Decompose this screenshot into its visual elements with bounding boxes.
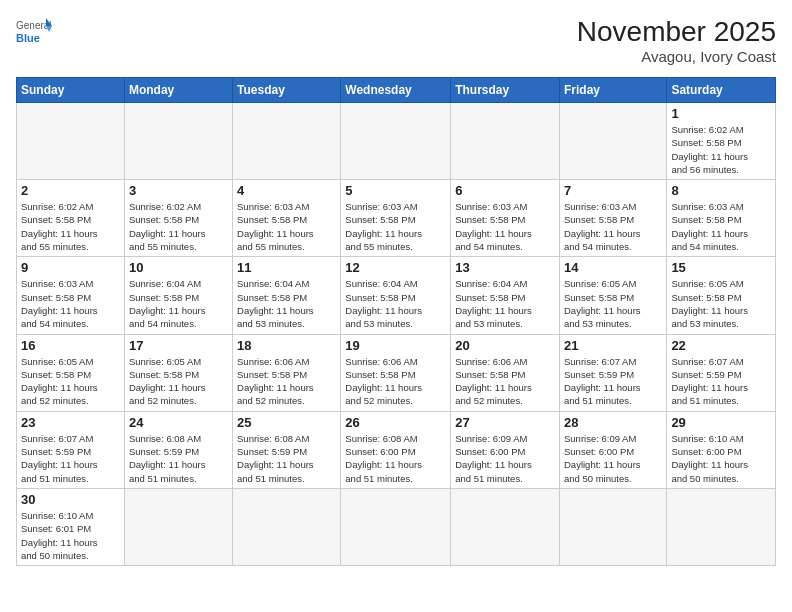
- day-info: Sunrise: 6:03 AM Sunset: 5:58 PM Dayligh…: [671, 200, 771, 253]
- day-info: Sunrise: 6:04 AM Sunset: 5:58 PM Dayligh…: [237, 277, 336, 330]
- day-info: Sunrise: 6:07 AM Sunset: 5:59 PM Dayligh…: [671, 355, 771, 408]
- calendar-day-cell: 27Sunrise: 6:09 AM Sunset: 6:00 PM Dayli…: [451, 411, 560, 488]
- calendar-day-cell: [233, 488, 341, 565]
- day-number: 30: [21, 492, 120, 507]
- calendar-day-cell: [233, 103, 341, 180]
- day-number: 21: [564, 338, 662, 353]
- calendar-day-cell: 8Sunrise: 6:03 AM Sunset: 5:58 PM Daylig…: [667, 180, 776, 257]
- calendar-day-cell: 5Sunrise: 6:03 AM Sunset: 5:58 PM Daylig…: [341, 180, 451, 257]
- day-number: 15: [671, 260, 771, 275]
- day-info: Sunrise: 6:04 AM Sunset: 5:58 PM Dayligh…: [345, 277, 446, 330]
- calendar-day-cell: 12Sunrise: 6:04 AM Sunset: 5:58 PM Dayli…: [341, 257, 451, 334]
- day-info: Sunrise: 6:09 AM Sunset: 6:00 PM Dayligh…: [455, 432, 555, 485]
- svg-text:Blue: Blue: [16, 32, 40, 44]
- day-info: Sunrise: 6:02 AM Sunset: 5:58 PM Dayligh…: [671, 123, 771, 176]
- day-info: Sunrise: 6:05 AM Sunset: 5:58 PM Dayligh…: [564, 277, 662, 330]
- calendar-day-cell: [451, 488, 560, 565]
- calendar-day-cell: 29Sunrise: 6:10 AM Sunset: 6:00 PM Dayli…: [667, 411, 776, 488]
- day-info: Sunrise: 6:10 AM Sunset: 6:01 PM Dayligh…: [21, 509, 120, 562]
- day-number: 11: [237, 260, 336, 275]
- calendar-day-cell: 30Sunrise: 6:10 AM Sunset: 6:01 PM Dayli…: [17, 488, 125, 565]
- calendar-day-cell: 25Sunrise: 6:08 AM Sunset: 5:59 PM Dayli…: [233, 411, 341, 488]
- day-number: 24: [129, 415, 228, 430]
- day-number: 27: [455, 415, 555, 430]
- calendar-day-cell: [341, 488, 451, 565]
- column-header-friday: Friday: [559, 78, 666, 103]
- day-info: Sunrise: 6:04 AM Sunset: 5:58 PM Dayligh…: [455, 277, 555, 330]
- column-header-sunday: Sunday: [17, 78, 125, 103]
- day-number: 7: [564, 183, 662, 198]
- calendar-day-cell: [124, 488, 232, 565]
- calendar-day-cell: 7Sunrise: 6:03 AM Sunset: 5:58 PM Daylig…: [559, 180, 666, 257]
- day-number: 20: [455, 338, 555, 353]
- day-info: Sunrise: 6:06 AM Sunset: 5:58 PM Dayligh…: [345, 355, 446, 408]
- day-info: Sunrise: 6:06 AM Sunset: 5:58 PM Dayligh…: [237, 355, 336, 408]
- day-info: Sunrise: 6:08 AM Sunset: 5:59 PM Dayligh…: [237, 432, 336, 485]
- calendar-week-row: 23Sunrise: 6:07 AM Sunset: 5:59 PM Dayli…: [17, 411, 776, 488]
- calendar-day-cell: 19Sunrise: 6:06 AM Sunset: 5:58 PM Dayli…: [341, 334, 451, 411]
- day-info: Sunrise: 6:07 AM Sunset: 5:59 PM Dayligh…: [564, 355, 662, 408]
- day-number: 22: [671, 338, 771, 353]
- calendar-day-cell: [17, 103, 125, 180]
- calendar-day-cell: 9Sunrise: 6:03 AM Sunset: 5:58 PM Daylig…: [17, 257, 125, 334]
- day-number: 29: [671, 415, 771, 430]
- calendar-day-cell: [341, 103, 451, 180]
- calendar-day-cell: 1Sunrise: 6:02 AM Sunset: 5:58 PM Daylig…: [667, 103, 776, 180]
- calendar-day-cell: 10Sunrise: 6:04 AM Sunset: 5:58 PM Dayli…: [124, 257, 232, 334]
- day-number: 13: [455, 260, 555, 275]
- day-number: 4: [237, 183, 336, 198]
- calendar-day-cell: 6Sunrise: 6:03 AM Sunset: 5:58 PM Daylig…: [451, 180, 560, 257]
- day-number: 19: [345, 338, 446, 353]
- day-number: 1: [671, 106, 771, 121]
- calendar-day-cell: 18Sunrise: 6:06 AM Sunset: 5:58 PM Dayli…: [233, 334, 341, 411]
- calendar-day-cell: 21Sunrise: 6:07 AM Sunset: 5:59 PM Dayli…: [559, 334, 666, 411]
- calendar-day-cell: 24Sunrise: 6:08 AM Sunset: 5:59 PM Dayli…: [124, 411, 232, 488]
- calendar-day-cell: 4Sunrise: 6:03 AM Sunset: 5:58 PM Daylig…: [233, 180, 341, 257]
- day-number: 8: [671, 183, 771, 198]
- day-info: Sunrise: 6:03 AM Sunset: 5:58 PM Dayligh…: [237, 200, 336, 253]
- day-info: Sunrise: 6:05 AM Sunset: 5:58 PM Dayligh…: [129, 355, 228, 408]
- column-header-saturday: Saturday: [667, 78, 776, 103]
- calendar-week-row: 9Sunrise: 6:03 AM Sunset: 5:58 PM Daylig…: [17, 257, 776, 334]
- day-info: Sunrise: 6:03 AM Sunset: 5:58 PM Dayligh…: [345, 200, 446, 253]
- day-number: 6: [455, 183, 555, 198]
- calendar-day-cell: 22Sunrise: 6:07 AM Sunset: 5:59 PM Dayli…: [667, 334, 776, 411]
- column-header-thursday: Thursday: [451, 78, 560, 103]
- day-number: 12: [345, 260, 446, 275]
- location-title: Avagou, Ivory Coast: [577, 48, 776, 65]
- day-info: Sunrise: 6:04 AM Sunset: 5:58 PM Dayligh…: [129, 277, 228, 330]
- day-number: 9: [21, 260, 120, 275]
- page-header: General Blue November 2025 Avagou, Ivory…: [16, 16, 776, 65]
- day-info: Sunrise: 6:03 AM Sunset: 5:58 PM Dayligh…: [564, 200, 662, 253]
- calendar-week-row: 1Sunrise: 6:02 AM Sunset: 5:58 PM Daylig…: [17, 103, 776, 180]
- calendar-day-cell: 16Sunrise: 6:05 AM Sunset: 5:58 PM Dayli…: [17, 334, 125, 411]
- column-header-monday: Monday: [124, 78, 232, 103]
- calendar-day-cell: 17Sunrise: 6:05 AM Sunset: 5:58 PM Dayli…: [124, 334, 232, 411]
- column-header-tuesday: Tuesday: [233, 78, 341, 103]
- calendar-day-cell: [451, 103, 560, 180]
- calendar-day-cell: 28Sunrise: 6:09 AM Sunset: 6:00 PM Dayli…: [559, 411, 666, 488]
- day-info: Sunrise: 6:08 AM Sunset: 6:00 PM Dayligh…: [345, 432, 446, 485]
- day-info: Sunrise: 6:06 AM Sunset: 5:58 PM Dayligh…: [455, 355, 555, 408]
- day-number: 14: [564, 260, 662, 275]
- day-number: 26: [345, 415, 446, 430]
- day-info: Sunrise: 6:10 AM Sunset: 6:00 PM Dayligh…: [671, 432, 771, 485]
- day-info: Sunrise: 6:05 AM Sunset: 5:58 PM Dayligh…: [21, 355, 120, 408]
- calendar-week-row: 30Sunrise: 6:10 AM Sunset: 6:01 PM Dayli…: [17, 488, 776, 565]
- day-number: 10: [129, 260, 228, 275]
- calendar-table: SundayMondayTuesdayWednesdayThursdayFrid…: [16, 77, 776, 566]
- day-number: 28: [564, 415, 662, 430]
- calendar-day-cell: [124, 103, 232, 180]
- day-info: Sunrise: 6:02 AM Sunset: 5:58 PM Dayligh…: [21, 200, 120, 253]
- day-info: Sunrise: 6:05 AM Sunset: 5:58 PM Dayligh…: [671, 277, 771, 330]
- day-info: Sunrise: 6:07 AM Sunset: 5:59 PM Dayligh…: [21, 432, 120, 485]
- month-title: November 2025: [577, 16, 776, 48]
- calendar-day-cell: 14Sunrise: 6:05 AM Sunset: 5:58 PM Dayli…: [559, 257, 666, 334]
- calendar-day-cell: 15Sunrise: 6:05 AM Sunset: 5:58 PM Dayli…: [667, 257, 776, 334]
- calendar-day-cell: 2Sunrise: 6:02 AM Sunset: 5:58 PM Daylig…: [17, 180, 125, 257]
- day-number: 17: [129, 338, 228, 353]
- calendar-week-row: 2Sunrise: 6:02 AM Sunset: 5:58 PM Daylig…: [17, 180, 776, 257]
- column-header-wednesday: Wednesday: [341, 78, 451, 103]
- calendar-day-cell: 23Sunrise: 6:07 AM Sunset: 5:59 PM Dayli…: [17, 411, 125, 488]
- calendar-day-cell: [559, 488, 666, 565]
